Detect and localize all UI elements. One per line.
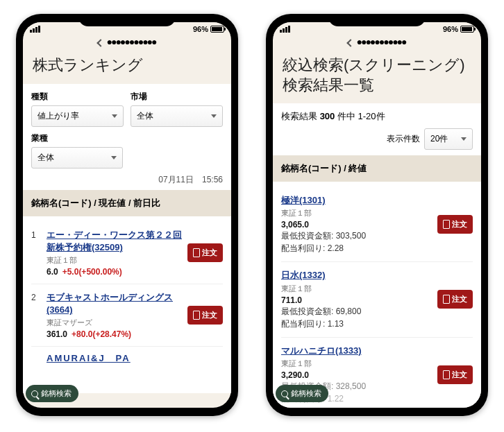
order-button[interactable]: 注文 bbox=[187, 306, 223, 325]
battery-percent: 96% bbox=[443, 25, 458, 33]
display-count-select[interactable]: 20件 bbox=[424, 128, 473, 150]
order-icon bbox=[443, 295, 450, 304]
stock-price: 711.0 bbox=[281, 295, 302, 305]
signal-icon bbox=[30, 26, 40, 33]
stock-price: 6.0 bbox=[47, 267, 58, 277]
battery-indicator: 96% bbox=[193, 25, 224, 33]
content-left: 種類 値上がり率 市場 全体 業種 全体 07月11日 15:56 銘柄名(コー… bbox=[23, 84, 231, 393]
timestamp: 07月11日 15:56 bbox=[31, 174, 223, 186]
stock-price: 3,065.0 bbox=[281, 220, 309, 230]
order-button[interactable]: 注文 bbox=[187, 243, 223, 262]
row-number: 1 bbox=[31, 229, 41, 240]
ranking-row: 1 エー・ディー・ワークス第２２回新株予約権(32509) 東証１部 6.0+5… bbox=[31, 222, 223, 284]
order-button[interactable]: 注文 bbox=[437, 215, 473, 234]
content-right: 検索結果 300 件中 1-20件 表示件数20件 銘柄名(コード) / 終値 … bbox=[273, 103, 481, 408]
phone-right: 96% ●●●●●●●●●●● 絞込検索(スクリーニング)検索結果一覧 検索結果… bbox=[266, 14, 488, 416]
yield: 1.22 bbox=[328, 394, 344, 404]
overflow-stock-link[interactable]: AMURAI&J PA bbox=[31, 347, 223, 365]
battery-percent: 96% bbox=[193, 25, 208, 33]
stock-link[interactable]: マルハニチロ(1333) bbox=[281, 345, 362, 357]
filter-industry-select[interactable]: 全体 bbox=[31, 147, 123, 169]
min-invest: 328,500 bbox=[336, 381, 366, 391]
carrier-dots: ●●●●●●●●●●● bbox=[356, 36, 405, 47]
order-icon bbox=[443, 370, 450, 379]
status-bar: 96% bbox=[273, 22, 481, 35]
row-number: 2 bbox=[31, 291, 41, 302]
stock-market: 東証マザーズ bbox=[47, 318, 182, 328]
battery-icon bbox=[460, 26, 474, 33]
yield: 2.28 bbox=[328, 243, 344, 253]
screen-left: 96% ●●●●●●●●●●● 株式ランキング 種類 値上がり率 市場 全体 業… bbox=[23, 22, 231, 408]
stock-market: 東証１部 bbox=[281, 358, 432, 369]
order-icon bbox=[443, 220, 450, 229]
battery-indicator: 96% bbox=[443, 25, 474, 33]
signal-icon bbox=[280, 26, 290, 33]
result-count: 300 bbox=[320, 111, 335, 121]
order-button[interactable]: 注文 bbox=[437, 365, 473, 384]
min-invest: 69,800 bbox=[336, 306, 362, 316]
stock-change: +5.0(+500.00%) bbox=[62, 267, 122, 277]
filter-type-select[interactable]: 値上がり率 bbox=[31, 105, 124, 127]
stock-price: 361.0 bbox=[47, 329, 67, 339]
filter-market-label: 市場 bbox=[131, 91, 223, 103]
stock-change: +80.0(+28.47%) bbox=[72, 329, 131, 339]
stock-search-button[interactable]: 銘柄検索 bbox=[276, 385, 328, 402]
stock-search-button[interactable]: 銘柄検索 bbox=[26, 385, 78, 402]
phone-left: 96% ●●●●●●●●●●● 株式ランキング 種類 値上がり率 市場 全体 業… bbox=[16, 14, 238, 416]
stock-market: 東証１部 bbox=[281, 284, 432, 294]
filter-industry-label: 業種 bbox=[31, 132, 123, 144]
filter-market-select[interactable]: 全体 bbox=[131, 105, 223, 127]
carrier-dots: ●●●●●●●●●●● bbox=[106, 36, 156, 47]
ranking-row: 2 モブキャストホールディングス(3664) 東証マザーズ 361.0+80.0… bbox=[31, 284, 223, 347]
arrow-left-icon bbox=[97, 39, 105, 46]
screen-right: 96% ●●●●●●●●●●● 絞込検索(スクリーニング)検索結果一覧 検索結果… bbox=[273, 22, 481, 408]
stock-market: 東証１部 bbox=[281, 208, 432, 218]
battery-icon bbox=[210, 26, 224, 33]
stock-link[interactable]: 極洋(1301) bbox=[281, 194, 326, 207]
search-icon bbox=[31, 390, 38, 397]
column-header: 銘柄名(コード) / 現在値 / 前日比 bbox=[23, 190, 231, 216]
order-icon bbox=[193, 311, 200, 320]
arrow-left-icon bbox=[347, 39, 355, 46]
min-invest: 303,500 bbox=[336, 231, 366, 241]
page-title: 株式ランキング bbox=[23, 50, 231, 84]
result-summary: 検索結果 300 件中 1-20件 bbox=[281, 110, 473, 123]
nav-hint: ●●●●●●●●●●● bbox=[23, 35, 231, 50]
stock-link[interactable]: モブキャストホールディングス(3664) bbox=[47, 291, 182, 316]
stock-market: 東証１部 bbox=[47, 255, 182, 266]
filter-type-label: 種類 bbox=[31, 91, 124, 103]
nav-hint: ●●●●●●●●●●● bbox=[273, 35, 481, 50]
order-button[interactable]: 注文 bbox=[437, 290, 473, 309]
stock-link[interactable]: 日水(1332) bbox=[281, 269, 326, 282]
stock-price: 3,290.0 bbox=[281, 370, 309, 380]
result-row: 極洋(1301) 東証１部 3,065.0 最低投資金額: 303,500 配当… bbox=[281, 187, 473, 262]
page-title: 絞込検索(スクリーニング)検索結果一覧 bbox=[273, 50, 481, 103]
yield: 1.13 bbox=[328, 319, 344, 329]
search-icon bbox=[281, 390, 288, 397]
order-icon bbox=[193, 248, 200, 257]
column-header: 銘柄名(コード) / 終値 bbox=[273, 155, 481, 182]
result-row: 日水(1332) 東証１部 711.0 最低投資金額: 69,800 配当利回り… bbox=[281, 262, 473, 337]
status-bar: 96% bbox=[23, 22, 231, 35]
stock-link[interactable]: エー・ディー・ワークス第２２回新株予約権(32509) bbox=[47, 229, 182, 254]
display-count-label: 表示件数 bbox=[387, 133, 420, 145]
